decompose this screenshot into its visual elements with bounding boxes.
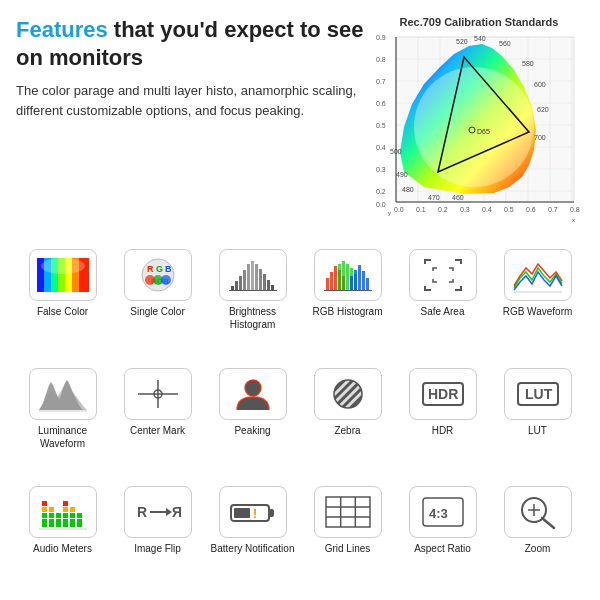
false-color-label: False Color [37,305,88,318]
feature-hdr: HDR HDR [396,364,489,479]
svg-rect-76 [235,281,238,290]
svg-text:480: 480 [402,186,414,193]
chart-title: Rec.709 Calibration Standards [374,16,584,28]
svg-rect-126 [49,507,54,512]
svg-text:y: y [388,210,391,216]
svg-rect-133 [70,519,75,527]
feature-peaking: Peaking [206,364,299,479]
hdr-label: HDR [432,424,454,437]
svg-rect-83 [263,274,266,290]
svg-text:4:3: 4:3 [429,506,448,521]
svg-text:0.3: 0.3 [376,166,386,173]
svg-text:0.4: 0.4 [482,206,492,213]
chart-area: Rec.709 Calibration Standards [374,16,584,227]
feature-rgb-histogram: RGB Histogram [301,245,394,360]
feature-brightness-histogram: Brightness Histogram [206,245,299,360]
image-flip-label: Image Flip [134,542,181,555]
hdr-icon-box: HDR [409,368,477,420]
false-color-icon [37,258,89,292]
svg-text:0.5: 0.5 [376,122,386,129]
svg-text:D65: D65 [477,128,490,135]
feature-aspect-ratio: 4:3 Aspect Ratio [396,482,489,584]
svg-text:560: 560 [499,40,511,47]
svg-rect-127 [56,519,61,527]
svg-rect-132 [63,501,68,506]
feature-safe-area: Safe Area [396,245,489,360]
svg-rect-82 [259,269,262,290]
luminance-waveform-icon [37,375,89,413]
svg-rect-136 [77,519,82,527]
svg-rect-147 [326,497,370,527]
svg-text:HDR: HDR [428,386,458,402]
svg-rect-135 [70,507,75,512]
svg-text:G: G [156,264,163,274]
feature-single-color: R G B RGB Single Color [111,245,204,360]
feature-audio-meters: Audio Meters [16,482,109,584]
svg-rect-123 [42,501,47,506]
safe-area-label: Safe Area [421,305,465,318]
svg-text:490: 490 [396,171,408,178]
luminance-waveform-icon-box [29,368,97,420]
svg-line-155 [542,518,554,528]
center-mark-label: Center Mark [130,424,185,437]
feature-battery-notification: ! Battery Notification [206,482,299,584]
svg-rect-100 [362,271,365,290]
grid-lines-icon-box [314,486,382,538]
aspect-ratio-icon: 4:3 [417,493,469,531]
single-color-icon: R G B RGB [136,256,180,294]
svg-point-65 [41,258,85,274]
zebra-icon-box [314,368,382,420]
feature-false-color: False Color [16,245,109,360]
rgb-histogram-icon-box [314,249,382,301]
feature-rgb-waveform: RGB Waveform [491,245,584,360]
svg-text:0.4: 0.4 [376,144,386,151]
svg-rect-94 [346,264,349,290]
svg-rect-121 [42,513,47,518]
svg-rect-75 [231,286,234,290]
audio-meters-icon-box [29,486,97,538]
luminance-waveform-label: Luminance Waveform [18,424,107,450]
svg-text:0.5: 0.5 [504,206,514,213]
svg-rect-130 [63,513,68,518]
svg-text:x: x [572,217,575,223]
rgb-waveform-icon-box [504,249,572,301]
svg-rect-85 [271,285,274,290]
false-color-icon-box [29,249,97,301]
description-text: The color parage and multi layer histo, … [16,81,364,120]
zoom-icon-box [504,486,572,538]
center-mark-icon-box [124,368,192,420]
battery-notification-icon: ! [227,493,279,531]
peaking-label: Peaking [234,424,270,437]
peaking-icon-box [219,368,287,420]
audio-meters-label: Audio Meters [33,542,92,555]
svg-rect-134 [70,513,75,518]
features-grid: False Color R G B RGB Single Color [16,245,584,584]
svg-rect-78 [243,270,246,290]
zebra-label: Zebra [334,424,360,437]
svg-rect-88 [330,272,333,290]
battery-notification-label: Battery Notification [211,542,295,555]
svg-text:0.9: 0.9 [376,34,386,41]
peaking-icon [227,375,279,413]
svg-text:R: R [171,504,181,520]
battery-notification-icon-box: ! [219,486,287,538]
svg-text:0.8: 0.8 [570,206,580,213]
feature-center-mark: Center Mark [111,364,204,479]
zebra-icon [322,375,374,413]
grid-lines-icon [322,493,374,531]
svg-rect-86 [324,290,372,291]
svg-rect-124 [49,519,54,527]
svg-rect-101 [366,278,369,290]
svg-rect-87 [326,278,329,290]
svg-text:B: B [165,264,172,274]
center-mark-icon [132,375,184,413]
brightness-histogram-icon-box [219,249,287,301]
svg-rect-77 [239,276,242,290]
svg-rect-80 [251,261,254,290]
grid-lines-label: Grid Lines [325,542,371,555]
svg-text:0.8: 0.8 [376,56,386,63]
feature-zoom: Zoom [491,482,584,584]
feature-luminance-waveform: Luminance Waveform [16,364,109,479]
svg-rect-79 [247,264,250,290]
zoom-icon [512,493,564,531]
